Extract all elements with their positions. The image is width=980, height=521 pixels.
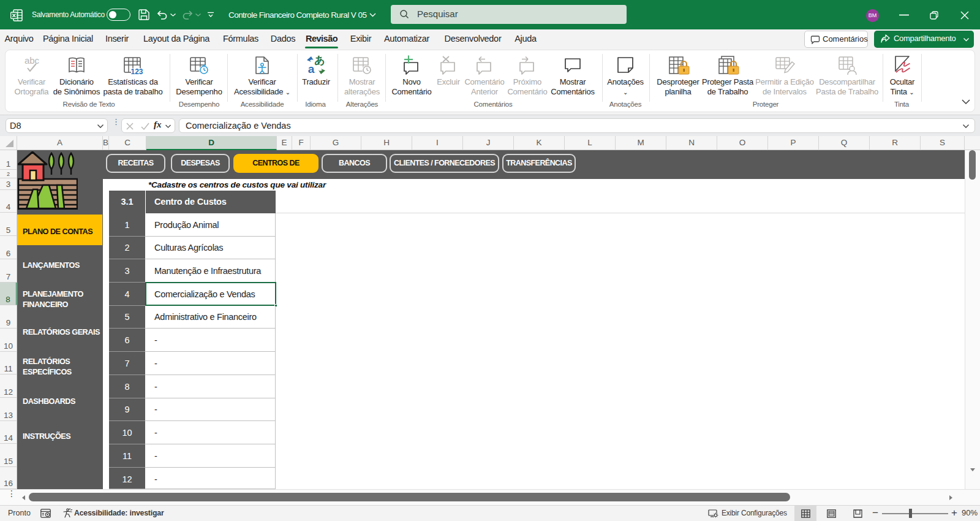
svg-text:a: a	[308, 63, 315, 75]
svg-text:abc: abc	[24, 56, 39, 66]
svg-text:123: 123	[130, 67, 143, 76]
svg-text:あ: あ	[314, 55, 325, 66]
